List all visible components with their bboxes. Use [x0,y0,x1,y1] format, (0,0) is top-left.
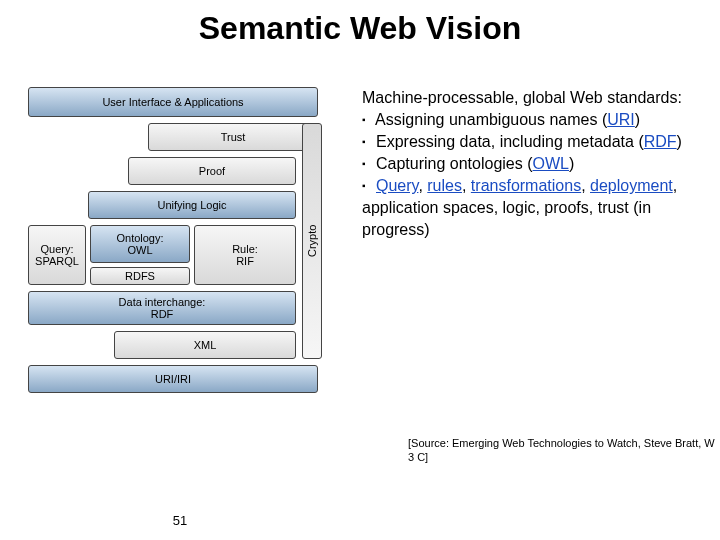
link-query[interactable]: Query [376,177,418,194]
description-column: Machine-processable, global Web standard… [362,87,692,422]
page-number: 51 [0,513,720,528]
content-row: User Interface & Applications Trust Proo… [0,87,720,422]
text: ) [677,133,682,150]
link-rules[interactable]: rules [427,177,462,194]
layer-uri: URI/IRI [28,365,318,393]
intro-text: Machine-processable, global Web standard… [362,87,692,109]
text: Assigning unambiguous names ( [375,111,607,128]
text: , [581,177,590,194]
layer-owl: Ontology: OWL [90,225,190,263]
layer-proof: Proof [128,157,296,185]
link-transformations[interactable]: transformations [471,177,581,194]
layer-ui: User Interface & Applications [28,87,318,117]
link-deployment[interactable]: deployment [590,177,673,194]
text: ) [635,111,640,128]
semantic-web-stack-diagram: User Interface & Applications Trust Proo… [28,87,348,422]
layer-trust: Trust [148,123,318,151]
link-rdf[interactable]: RDF [644,133,677,150]
text: , [418,177,427,194]
layer-rif: Rule: RIF [194,225,296,285]
bullet-list: Assigning unambiguous names (URI) Expres… [362,109,692,241]
layer-rdf: Data interchange: RDF [28,291,296,325]
link-uri[interactable]: URI [607,111,635,128]
layer-sparql: Query: SPARQL [28,225,86,285]
layer-crypto: Crypto [302,123,322,359]
text: Capturing ontologies ( [376,155,533,172]
bullet-owl: Capturing ontologies (OWL) [362,153,692,175]
link-owl[interactable]: OWL [533,155,569,172]
layer-unifying-logic: Unifying Logic [88,191,296,219]
text: , [462,177,471,194]
bullet-rdf: Expressing data, including metadata (RDF… [362,131,692,153]
text: Expressing data, including metadata ( [376,133,644,150]
layer-rdfs: RDFS [90,267,190,285]
page-title: Semantic Web Vision [0,0,720,47]
layer-xml: XML [114,331,296,359]
text: ) [569,155,574,172]
bullet-uri: Assigning unambiguous names (URI) [362,109,692,131]
source-citation: [Source: Emerging Web Technologies to Wa… [0,436,720,465]
bullet-progress: Query, rules, transformations, deploymen… [362,175,692,241]
